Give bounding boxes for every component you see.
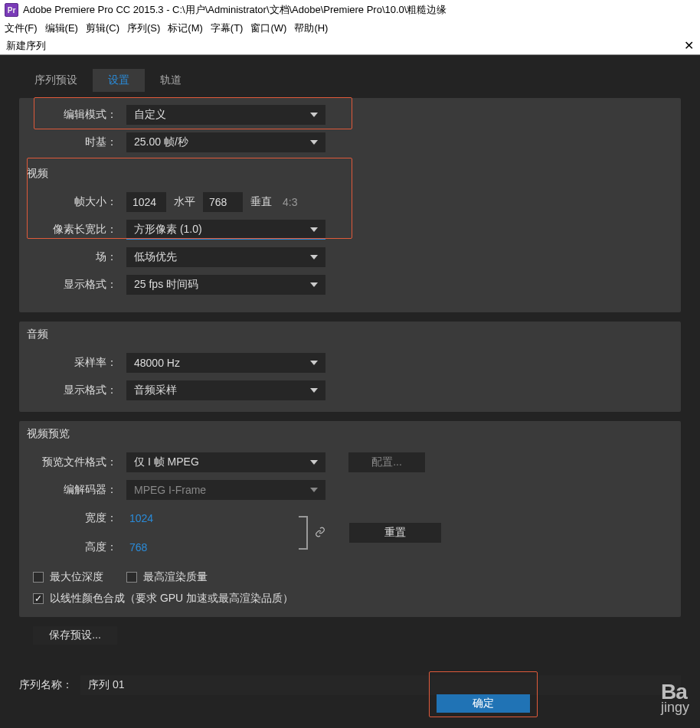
- timebase-label: 时基：: [27, 135, 126, 149]
- window-title: Adobe Premiere Pro CC 2015.3 - C:\用户\Adm…: [23, 3, 446, 17]
- max-render-label: 最高渲染质量: [143, 570, 208, 584]
- caret-icon: [310, 361, 318, 365]
- app-icon: Pr: [5, 3, 18, 17]
- frame-width-input[interactable]: 1024: [126, 192, 166, 212]
- horizontal-label: 水平: [166, 195, 203, 209]
- vdisplay-dropdown[interactable]: 25 fps 时间码: [126, 275, 325, 295]
- par-label: 像素长宽比：: [27, 223, 126, 237]
- frame-height-input[interactable]: 768: [203, 192, 243, 212]
- configure-button[interactable]: 配置...: [348, 452, 425, 472]
- video-section-title: 视频: [27, 162, 673, 181]
- max-bit-depth-checkbox[interactable]: [33, 572, 44, 583]
- height-label: 高度：: [27, 540, 126, 554]
- menu-sequence[interactable]: 序列(S): [127, 21, 160, 35]
- tab-settings[interactable]: 设置: [93, 69, 145, 92]
- seq-name-input[interactable]: 序列 01: [80, 675, 681, 695]
- tab-tracks[interactable]: 轨道: [145, 69, 197, 92]
- linear-color-label: 以线性颜色合成（要求 GPU 加速或最高渲染品质）: [50, 592, 293, 606]
- preview-section-title: 视频预览: [27, 427, 673, 441]
- preview-file-label: 预览文件格式：: [27, 455, 126, 469]
- par-dropdown[interactable]: 方形像素 (1.0): [126, 220, 325, 240]
- timebase-dropdown[interactable]: 25.00 帧/秒: [126, 132, 325, 152]
- reset-button[interactable]: 重置: [349, 523, 441, 543]
- menu-file[interactable]: 文件(F): [5, 21, 38, 35]
- frame-size-label: 帧大小：: [27, 195, 126, 209]
- caret-icon: [310, 227, 318, 232]
- seq-name-label: 序列名称：: [19, 678, 73, 692]
- preview-file-value: 仅 I 帧 MPEG: [134, 455, 199, 469]
- panel-audio: 音频 采样率： 48000 Hz 显示格式： 音频采样: [19, 322, 681, 412]
- link-bracket-icon: [299, 516, 308, 550]
- caret-icon: [310, 140, 318, 145]
- linear-color-checkbox[interactable]: ✓: [33, 593, 44, 604]
- menu-help[interactable]: 帮助(H): [294, 21, 328, 35]
- tabs: 序列预设 设置 轨道: [19, 69, 689, 92]
- preview-width[interactable]: 1024: [129, 512, 153, 524]
- dialog-body: 序列预设 设置 轨道 编辑模式： 自定义 时基： 25.00 帧/秒 视频 帧大…: [0, 55, 700, 728]
- caret-icon: [310, 488, 318, 492]
- max-render-checkbox[interactable]: [126, 572, 137, 583]
- vdisplay-label: 显示格式：: [27, 278, 126, 292]
- preview-height[interactable]: 768: [129, 541, 147, 553]
- par-value: 方形像素 (1.0): [134, 223, 202, 237]
- fields-value: 低场优先: [134, 250, 177, 264]
- sample-dropdown[interactable]: 48000 Hz: [126, 353, 325, 373]
- link-icon[interactable]: [314, 527, 326, 539]
- panel-preview: 视频预览 预览文件格式： 仅 I 帧 MPEG 配置... 编解码器： MPEG…: [19, 421, 681, 617]
- adisplay-dropdown[interactable]: 音频采样: [126, 380, 325, 400]
- max-bit-depth-label: 最大位深度: [50, 570, 103, 584]
- sample-label: 采样率：: [27, 356, 126, 370]
- menubar: 文件(F) 编辑(E) 剪辑(C) 序列(S) 标记(M) 字幕(T) 窗口(W…: [0, 20, 700, 37]
- dialog-titlebar: 新建序列 ✕: [0, 37, 700, 55]
- ok-button[interactable]: 确定: [437, 694, 530, 713]
- adisplay-value: 音频采样: [134, 384, 177, 397]
- caret-icon: [310, 388, 318, 393]
- codec-label: 编解码器：: [27, 483, 126, 497]
- sample-value: 48000 Hz: [134, 357, 180, 369]
- caret-icon: [310, 113, 318, 117]
- edit-mode-dropdown[interactable]: 自定义: [126, 105, 325, 125]
- fields-label: 场：: [27, 250, 126, 264]
- sequence-name-row: 序列名称： 序列 01: [19, 675, 681, 695]
- menu-edit[interactable]: 编辑(E): [45, 21, 78, 35]
- width-label: 宽度：: [27, 511, 126, 525]
- adisplay-label: 显示格式：: [27, 384, 126, 397]
- vertical-label: 垂直: [243, 195, 280, 209]
- fields-dropdown[interactable]: 低场优先: [126, 247, 325, 267]
- menu-window[interactable]: 窗口(W): [250, 21, 286, 35]
- codec-dropdown: MPEG I-Frame: [126, 480, 325, 500]
- caret-icon: [310, 460, 318, 465]
- preview-file-dropdown[interactable]: 仅 I 帧 MPEG: [126, 452, 325, 472]
- menu-clip[interactable]: 剪辑(C): [86, 21, 119, 35]
- timebase-value: 25.00 帧/秒: [134, 135, 188, 149]
- tab-preset[interactable]: 序列预设: [19, 69, 93, 92]
- dialog-title: 新建序列: [6, 39, 46, 53]
- menu-title[interactable]: 字幕(T): [211, 21, 244, 35]
- vdisplay-value: 25 fps 时间码: [134, 278, 198, 292]
- aspect-ratio: 4:3: [280, 196, 305, 208]
- edit-mode-label: 编辑模式：: [27, 108, 126, 122]
- menu-marker[interactable]: 标记(M): [168, 21, 203, 35]
- caret-icon: [310, 282, 318, 287]
- edit-mode-value: 自定义: [134, 108, 166, 122]
- codec-value: MPEG I-Frame: [134, 484, 206, 496]
- caret-icon: [310, 255, 318, 260]
- save-preset-button[interactable]: 保存预设...: [33, 626, 117, 645]
- close-icon[interactable]: ✕: [684, 40, 694, 52]
- audio-section-title: 音频: [27, 328, 673, 341]
- watermark-line2: jingy: [661, 699, 689, 716]
- window-titlebar: Pr Adobe Premiere Pro CC 2015.3 - C:\用户\…: [0, 0, 700, 20]
- panel-video: 编辑模式： 自定义 时基： 25.00 帧/秒 视频 帧大小： 1024 水平 …: [19, 98, 681, 312]
